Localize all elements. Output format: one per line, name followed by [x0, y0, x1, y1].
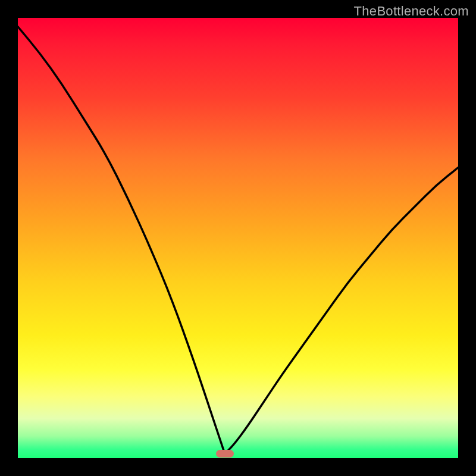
curve-right: [225, 168, 458, 454]
curve-svg: [18, 18, 458, 458]
watermark-text: TheBottleneck.com: [354, 4, 469, 19]
min-marker: [216, 450, 234, 458]
plot-area: [18, 18, 458, 458]
curve-left: [18, 27, 225, 454]
chart-frame: TheBottleneck.com: [0, 0, 476, 476]
